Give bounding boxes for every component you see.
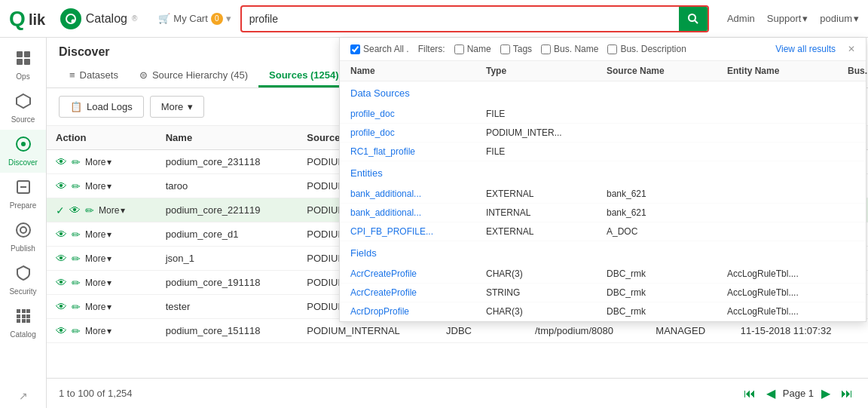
dropdown-source-2-0: DBC_rmk — [607, 268, 727, 279]
filter-name[interactable]: Name — [454, 44, 491, 54]
dropdown-row-2-2[interactable]: AcrDropProfile CHAR(3) DBC_rmk AccLogRul… — [340, 302, 866, 321]
cart-icon: 🛒 — [158, 13, 170, 24]
search-all-checkbox[interactable] — [350, 44, 360, 54]
filter-bus-name[interactable]: Bus. Name — [541, 44, 598, 54]
edit-icon-1[interactable]: ✏ — [72, 180, 81, 192]
tab-datasets[interactable]: ≡ Datasets — [59, 65, 129, 87]
view-icon-2[interactable]: 👁 — [69, 204, 81, 216]
sidebar-expand[interactable]: ↗ — [13, 384, 34, 408]
more-row-chevron-icon-1: ▾ — [107, 181, 112, 192]
edit-icon-6[interactable]: ✏ — [72, 301, 81, 313]
action-cell-7: 👁 ✏ More ▾ — [47, 319, 157, 343]
next-page-button[interactable]: ▶ — [818, 385, 833, 402]
load-logs-button[interactable]: 📋 Load Logs — [59, 96, 144, 118]
mode-cell-7: MANAGED — [646, 319, 731, 343]
row-more-button-4[interactable]: More ▾ — [85, 253, 112, 264]
dropdown-source-1-1: bank_621 — [607, 207, 727, 218]
row-more-button-2[interactable]: More ▾ — [99, 205, 125, 216]
dropdown-row-1-2[interactable]: CPI_FB_PROFILE... EXTERNAL A_DOC — [340, 222, 866, 241]
view-icon-4[interactable]: 👁 — [56, 252, 67, 265]
edit-icon-4[interactable]: ✏ — [72, 253, 81, 265]
more-label: More — [161, 101, 184, 112]
tags-filter-checkbox[interactable] — [500, 44, 510, 54]
first-page-button[interactable]: ⏮ — [741, 385, 759, 402]
sidebar-item-security[interactable]: Security — [0, 259, 46, 302]
dropdown-name-0-0[interactable]: profile_doc — [350, 109, 486, 119]
row-more-button-1[interactable]: More ▾ — [85, 181, 112, 192]
bus-name-filter-checkbox[interactable] — [541, 44, 551, 54]
dropdown-row-0-1[interactable]: profile_doc PODIUM_INTER... — [340, 124, 866, 143]
dropdown-row-0-2[interactable]: RC1_flat_profile FILE — [340, 143, 866, 161]
row-more-button-6[interactable]: More ▾ — [85, 302, 112, 312]
view-all-results[interactable]: View all results — [775, 44, 836, 54]
dropdown-sections: Data Sources profile_doc FILE profile_do… — [340, 81, 866, 321]
last-page-button[interactable]: ⏭ — [838, 385, 856, 402]
dropdown-row-2-0[interactable]: AcrCreateProfile CHAR(3) DBC_rmk AccLogR… — [340, 265, 866, 284]
row-more-button-3[interactable]: More ▾ — [85, 229, 112, 240]
dropdown-name-1-0[interactable]: bank_additional... — [350, 189, 486, 199]
prev-page-button[interactable]: ◀ — [763, 385, 778, 402]
name-filter-checkbox[interactable] — [454, 44, 464, 54]
svg-point-2 — [71, 19, 75, 23]
dropdown-name-2-0[interactable]: AcrCreateProfile — [350, 268, 486, 279]
dropdown-bus-2-0 — [848, 268, 868, 279]
edit-icon-0[interactable]: ✏ — [72, 156, 81, 168]
section-label-1[interactable]: Entities — [340, 161, 866, 185]
filter-tags[interactable]: Tags — [500, 44, 532, 54]
nav-admin[interactable]: Admin — [727, 13, 755, 24]
load-logs-icon: 📋 — [70, 101, 82, 112]
view-icon-3[interactable]: 👁 — [56, 228, 67, 241]
search-input[interactable] — [242, 13, 679, 25]
svg-marker-9 — [17, 94, 30, 108]
bus-desc-filter-checkbox[interactable] — [607, 44, 617, 54]
nav-support[interactable]: Support ▾ — [767, 13, 808, 24]
edit-icon-3[interactable]: ✏ — [72, 229, 81, 241]
row-more-button-0[interactable]: More ▾ — [85, 157, 112, 167]
view-icon-5[interactable]: 👁 — [56, 276, 67, 289]
filter-search-all[interactable]: Search All . — [350, 44, 409, 54]
dropdown-name-1-1[interactable]: bank_additional... — [350, 207, 486, 218]
dropdown-row-2-1[interactable]: AcrCreateProfile STRING DBC_rmk AccLogRu… — [340, 284, 866, 302]
search-button[interactable] — [679, 5, 708, 32]
sidebar-item-discover[interactable]: Discover — [0, 130, 46, 173]
dropdown-name-2-2[interactable]: AcrDropProfile — [350, 306, 486, 317]
view-icon-1[interactable]: 👁 — [56, 179, 67, 192]
cart-badge: 0 — [211, 13, 223, 25]
tab-sources[interactable]: Sources (1254) — [258, 65, 350, 87]
view-icon-0[interactable]: 👁 — [56, 155, 67, 168]
dropdown-name-0-2[interactable]: RC1_flat_profile — [350, 146, 486, 157]
dropdown-row-0-0[interactable]: profile_doc FILE — [340, 105, 866, 124]
view-icon-7[interactable]: 👁 — [56, 324, 67, 337]
dropdown-type-2-0: CHAR(3) — [486, 268, 607, 279]
dropdown-name-2-1[interactable]: AcrCreateProfile — [350, 287, 486, 298]
cart-area[interactable]: 🛒 My Cart 0 ▾ — [158, 13, 231, 25]
edit-icon-7[interactable]: ✏ — [72, 325, 81, 337]
row-more-button-5[interactable]: More ▾ — [85, 278, 112, 288]
search-area — [240, 5, 709, 32]
section-label-2[interactable]: Fields — [340, 241, 866, 265]
dropdown-type-0-0: FILE — [486, 109, 607, 119]
dropdown-section-fields: Fields AcrCreateProfile CHAR(3) DBC_rmk … — [340, 241, 866, 321]
more-button[interactable]: More ▾ — [150, 96, 205, 118]
action-cell-6: 👁 ✏ More ▾ — [47, 295, 157, 319]
filter-bus-desc[interactable]: Bus. Description — [607, 44, 686, 54]
edit-icon-2[interactable]: ✏ — [85, 204, 94, 216]
nav-podium[interactable]: podium ▾ — [820, 13, 859, 24]
qlik-logo: Q — [9, 7, 24, 31]
sidebar-item-source[interactable]: Source — [0, 87, 46, 130]
sidebar-item-ops[interactable]: Ops — [0, 44, 46, 87]
dropdown-filters: Search All . Filters: Name Tags Bus. Nam… — [340, 38, 866, 61]
close-dropdown-button[interactable]: ✕ — [848, 44, 855, 54]
dropdown-name-0-1[interactable]: profile_doc — [350, 127, 486, 138]
dropdown-row-1-0[interactable]: bank_additional... EXTERNAL bank_621 — [340, 185, 866, 204]
sidebar-item-publish[interactable]: Publish — [0, 216, 46, 259]
dropdown-name-1-2[interactable]: CPI_FB_PROFILE... — [350, 226, 486, 237]
dropdown-row-1-1[interactable]: bank_additional... INTERNAL bank_621 — [340, 204, 866, 222]
sidebar-item-catalog[interactable]: Catalog — [0, 302, 46, 345]
view-icon-6[interactable]: 👁 — [56, 300, 67, 313]
tab-source-hierarchy[interactable]: ⊜ Source Hierarchy (45) — [129, 65, 258, 87]
edit-icon-5[interactable]: ✏ — [72, 277, 81, 289]
section-label-0[interactable]: Data Sources — [340, 81, 866, 105]
row-more-button-7[interactable]: More ▾ — [85, 326, 112, 336]
sidebar-item-prepare[interactable]: Prepare — [0, 173, 46, 216]
